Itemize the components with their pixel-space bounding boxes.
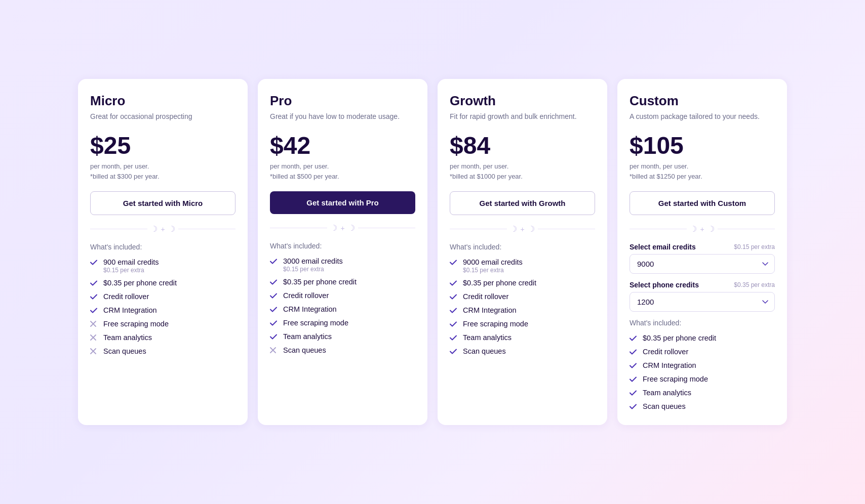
check-icon bbox=[450, 279, 458, 287]
feature-item-pro-2: Credit rollover bbox=[270, 291, 415, 300]
plan-subtitle-micro: Great for occasional prospecting bbox=[90, 112, 235, 122]
feature-text-growth-1: $0.35 per phone credit bbox=[463, 279, 536, 287]
email-credits-row: Select email credits $0.15 per extra bbox=[630, 243, 775, 251]
check-icon bbox=[630, 403, 638, 411]
feature-item-custom-1: Credit rollover bbox=[630, 348, 775, 356]
feature-item-micro-0: 900 email credits$0.15 per extra bbox=[90, 258, 235, 274]
plan-title-micro: Micro bbox=[90, 93, 235, 109]
check-icon bbox=[270, 292, 278, 300]
feature-text-micro-0: 900 email credits$0.15 per extra bbox=[103, 258, 159, 274]
feature-item-growth-2: Credit rollover bbox=[450, 292, 595, 301]
cross-icon bbox=[270, 347, 278, 355]
check-icon bbox=[450, 307, 458, 315]
plan-card-pro: ProGreat if you have low to moderate usa… bbox=[258, 79, 427, 426]
cta-button-micro[interactable]: Get started with Micro bbox=[90, 191, 235, 215]
feature-item-growth-6: Scan queues bbox=[450, 347, 595, 356]
feature-text-pro-1: $0.35 per phone credit bbox=[283, 278, 357, 286]
plan-title-pro: Pro bbox=[270, 93, 415, 109]
feature-list-custom: $0.35 per phone creditCredit rolloverCRM… bbox=[630, 334, 775, 411]
phone-credits-label: Select phone credits bbox=[630, 281, 699, 289]
feature-text-pro-4: Free scraping mode bbox=[283, 319, 348, 327]
check-icon bbox=[270, 278, 278, 286]
plan-subtitle-growth: Fit for rapid growth and bulk enrichment… bbox=[450, 112, 595, 122]
check-icon bbox=[630, 375, 638, 384]
plus-icon: + bbox=[520, 225, 524, 233]
check-icon bbox=[90, 259, 98, 267]
feature-text-growth-0: 9000 email credits$0.15 per extra bbox=[463, 258, 523, 274]
check-icon bbox=[90, 307, 98, 315]
plus-icon: + bbox=[700, 225, 704, 233]
feature-text-micro-2: Credit rollover bbox=[103, 292, 149, 301]
feature-sub-growth-0: $0.15 per extra bbox=[463, 267, 523, 274]
feature-item-micro-5: Team analytics bbox=[90, 333, 235, 342]
feature-item-growth-0: 9000 email credits$0.15 per extra bbox=[450, 258, 595, 274]
feature-item-pro-0: 3000 email credits$0.15 per extra bbox=[270, 257, 415, 273]
moon-icon-1: ☽ bbox=[150, 224, 158, 234]
feature-text-custom-5: Scan queues bbox=[643, 402, 686, 410]
plan-price-pro: $42 bbox=[270, 132, 415, 159]
plan-price-note-growth: per month, per user.*billed at $1000 per… bbox=[450, 161, 595, 181]
feature-item-growth-3: CRM Integration bbox=[450, 306, 595, 315]
feature-text-pro-0: 3000 email credits$0.15 per extra bbox=[283, 257, 343, 273]
whats-included-label-pro: What's included: bbox=[270, 242, 415, 250]
feature-list-growth: 9000 email credits$0.15 per extra$0.35 p… bbox=[450, 258, 595, 356]
moon-icon-1: ☽ bbox=[510, 224, 517, 234]
check-icon bbox=[270, 333, 278, 341]
cta-button-growth[interactable]: Get started with Growth bbox=[450, 191, 595, 215]
check-icon bbox=[90, 293, 98, 301]
plan-price-growth: $84 bbox=[450, 132, 595, 159]
cross-icon bbox=[90, 320, 98, 328]
feature-item-custom-5: Scan queues bbox=[630, 402, 775, 411]
cta-button-custom[interactable]: Get started with Custom bbox=[630, 191, 775, 215]
divider-line-right bbox=[358, 228, 415, 228]
check-icon bbox=[630, 389, 638, 397]
plan-subtitle-pro: Great if you have low to moderate usage. bbox=[270, 112, 415, 122]
divider-custom: ☽ + ☽ bbox=[630, 224, 775, 234]
feature-item-custom-2: CRM Integration bbox=[630, 361, 775, 370]
feature-text-pro-2: Credit rollover bbox=[283, 291, 329, 300]
check-icon bbox=[450, 348, 458, 356]
feature-item-micro-6: Scan queues bbox=[90, 347, 235, 356]
check-icon bbox=[270, 258, 278, 266]
feature-text-pro-6: Scan queues bbox=[283, 346, 326, 354]
feature-list-micro: 900 email credits$0.15 per extra$0.35 pe… bbox=[90, 258, 235, 356]
feature-text-growth-2: Credit rollover bbox=[463, 292, 508, 301]
check-icon bbox=[630, 362, 638, 370]
whats-included-label-custom: What's included: bbox=[630, 319, 775, 327]
plus-icon: + bbox=[340, 224, 344, 232]
email-credits-select[interactable]: 9000120001500020000 bbox=[630, 254, 775, 274]
feature-item-growth-1: $0.35 per phone credit bbox=[450, 279, 595, 287]
divider-micro: ☽ + ☽ bbox=[90, 224, 235, 234]
feature-text-pro-3: CRM Integration bbox=[283, 305, 337, 313]
check-icon bbox=[270, 319, 278, 327]
whats-included-label-micro: What's included: bbox=[90, 243, 235, 251]
plus-icon: + bbox=[161, 225, 165, 233]
feature-text-pro-5: Team analytics bbox=[283, 332, 332, 341]
check-icon bbox=[270, 306, 278, 314]
feature-item-pro-4: Free scraping mode bbox=[270, 319, 415, 327]
check-icon bbox=[450, 334, 458, 342]
plan-price-note-pro: per month, per user.*billed at $500 per … bbox=[270, 161, 415, 181]
feature-text-growth-4: Free scraping mode bbox=[463, 320, 528, 328]
cross-icon bbox=[90, 348, 98, 356]
divider-line-left bbox=[450, 229, 507, 229]
cta-button-pro[interactable]: Get started with Pro bbox=[270, 191, 415, 214]
plan-card-micro: MicroGreat for occasional prospecting$25… bbox=[78, 79, 248, 426]
phone-credits-row: Select phone credits $0.35 per extra bbox=[630, 281, 775, 289]
moon-icon-2: ☽ bbox=[528, 224, 535, 234]
feature-text-growth-6: Scan queues bbox=[463, 347, 506, 355]
whats-included-label-growth: What's included: bbox=[450, 243, 595, 251]
moon-icon-2: ☽ bbox=[348, 223, 355, 233]
feature-item-pro-5: Team analytics bbox=[270, 332, 415, 341]
feature-text-custom-4: Team analytics bbox=[643, 389, 691, 397]
feature-item-custom-3: Free scraping mode bbox=[630, 375, 775, 384]
feature-list-pro: 3000 email credits$0.15 per extra$0.35 p… bbox=[270, 257, 415, 355]
divider-line-left bbox=[90, 229, 147, 229]
feature-text-custom-3: Free scraping mode bbox=[643, 375, 708, 383]
feature-text-growth-3: CRM Integration bbox=[463, 306, 517, 314]
check-icon bbox=[630, 348, 638, 356]
check-icon bbox=[450, 293, 458, 301]
phone-credits-select[interactable]: 1200240036005000 bbox=[630, 292, 775, 312]
plan-title-growth: Growth bbox=[450, 93, 595, 109]
feature-item-micro-4: Free scraping mode bbox=[90, 320, 235, 328]
